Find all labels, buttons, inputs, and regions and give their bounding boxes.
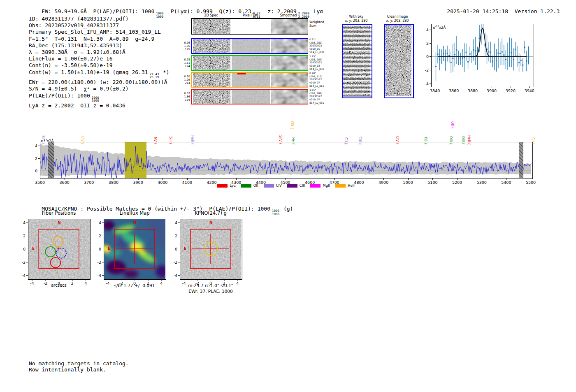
- x-tick-label: 0: [58, 281, 60, 285]
- north-label: N: [133, 220, 137, 225]
- x-tick-label: 3900: [487, 88, 497, 93]
- footer-line2: Row intentionally blank.: [29, 366, 129, 373]
- x-tick: [161, 279, 162, 281]
- info-plae: P(LAE)/P(OII): 100010001000: [29, 93, 170, 103]
- y-tick-label: 2: [23, 234, 26, 238]
- fiber1-2dspec-image: [193, 39, 230, 53]
- header-timestamp: 2025-01-20 14:25:18 Version 1.22.3: [434, 2, 560, 21]
- footer-note: No matching targets in catalog. Row inte…: [29, 360, 129, 373]
- clean-image-coords: x, y: 203, 280: [386, 19, 409, 23]
- info-z: LyA z = 2.2002 OII z = 0.0436: [29, 102, 170, 109]
- legend-label: HeII: [348, 183, 355, 188]
- x-tick: [212, 178, 212, 180]
- fiber4-2dspec-image: [193, 90, 230, 104]
- x-tick-label: 3600: [60, 180, 70, 185]
- fiber4-smoothed-image: [271, 90, 308, 104]
- emission-line-label-ciii: CIII {: [290, 121, 294, 129]
- weighted-sum-label: Weighted Sum: [309, 20, 324, 28]
- clean-image: [384, 24, 414, 98]
- cutout-title-lineflux-map: Lineflux Map: [119, 210, 149, 216]
- y-tick-label: 0: [23, 247, 26, 251]
- x-tick: [121, 279, 121, 281]
- x-tick-label: 4700: [330, 180, 339, 185]
- x-tick: [187, 178, 188, 180]
- x-tick-label: -4: [182, 281, 186, 285]
- info-ewr: EWr = 220.00(±180.00) (w: 220.00(±180.00…: [29, 79, 170, 86]
- x-tick: [492, 86, 492, 88]
- x-tick: [432, 178, 433, 180]
- montage-header-pixelflat: Pixel Flat: [243, 14, 258, 17]
- z-fraction: 2.20092.2009: [298, 12, 309, 19]
- x-tick: [334, 178, 335, 180]
- line-center-marker: [136, 142, 136, 178]
- y-tick-label: -2: [22, 260, 26, 264]
- y-tick: [38, 146, 40, 146]
- x-tick: [163, 178, 163, 180]
- x-tick: [40, 178, 40, 180]
- y-tick: [102, 236, 104, 236]
- info-cont-w: Cont(w) = 1.50(±1.10)e-19 (gmag 26.3127.…: [29, 69, 170, 79]
- with-sky-coords: x, y: 203, 280: [345, 19, 368, 23]
- x-tick-label: 4: [160, 281, 163, 285]
- x-tick-label: 4100: [182, 180, 192, 185]
- x-tick-label: 5500: [526, 180, 536, 185]
- x-tick-label: -4: [30, 281, 34, 285]
- fiber3-pixelflat-image: [232, 73, 270, 87]
- x-tick: [138, 178, 139, 180]
- info-id: ID: 4028311377 (4028311377.pdf): [29, 16, 170, 22]
- zoomplot-unit-label: e-17x2Å: [433, 25, 446, 30]
- x-tick: [454, 86, 454, 88]
- x-tick-label: 4: [236, 281, 239, 285]
- x-tick-label: -2: [44, 281, 47, 285]
- y-tick: [26, 249, 28, 249]
- emission-line-label-cii: CII {: [344, 137, 348, 145]
- x-tick: [237, 279, 238, 281]
- lineflux-map-image: [104, 219, 165, 279]
- info-obs: Obs: 20230522v019_4028311377: [29, 22, 170, 29]
- emission-line-label-heii: HeII {: [190, 135, 194, 145]
- y-tick-label: 2: [99, 234, 101, 238]
- cutout-title-kpno: KPNO(24.7) g: [195, 210, 227, 216]
- montage-right-labels: 0.61" (203, 280) 20230522 v019_01 514_LL…: [309, 38, 324, 54]
- y-tick: [178, 236, 180, 236]
- x-tick-label: 2: [223, 281, 225, 285]
- bad-pixel-marker: [237, 73, 246, 74]
- x-tick-label: -2: [119, 281, 123, 285]
- emission-line-label-siii: SiII {: [169, 137, 172, 145]
- x-tick: [530, 86, 530, 88]
- y-tick: [26, 223, 28, 223]
- montage-weighted-row: [191, 18, 308, 35]
- x-tick-label: 5300: [477, 180, 487, 185]
- y-tick-label: -4: [174, 273, 177, 277]
- emission-line-label-siiv: SiIV {: [41, 135, 45, 145]
- emission-line-label-nv: NV {: [153, 137, 157, 145]
- x-tick-label: 4600: [305, 180, 315, 185]
- fiber2-pixelflat-image: [232, 56, 270, 70]
- y-tick-label: 2: [426, 41, 429, 45]
- x-tick-label: 4500: [280, 180, 290, 185]
- ew-value: EW: 59.9±19.6Å: [42, 8, 87, 14]
- y-tick: [102, 275, 104, 276]
- x-tick: [457, 178, 458, 180]
- legend-label: MgII: [323, 183, 330, 188]
- y-tick: [38, 158, 40, 159]
- montage-right-labels: 0.90" (205, 111) 20230522 v019_07 514_LL…: [309, 72, 324, 88]
- montage-fiber-row-2: [191, 55, 308, 71]
- x-tick-label: 4900: [379, 180, 388, 185]
- x-tick-label: 3860: [449, 88, 459, 93]
- x-tick: [59, 279, 59, 281]
- report-canvas: EW: 59.9±19.6Å P(LAE)/P(OII): 1000100010…: [0, 0, 576, 392]
- detection-info-block: ID: 4028311377 (4028311377.pdf) Obs: 202…: [29, 16, 170, 109]
- info-lineflux: LineFlux = 1.00(±0.27)e-16: [29, 56, 170, 62]
- kpno-image: [180, 219, 242, 279]
- emission-line-label-cii: CII {: [531, 137, 535, 145]
- y-tick-label: -2: [425, 67, 429, 72]
- fiber4-pixelflat-image: [232, 90, 270, 104]
- x-tick-label: 3840: [430, 88, 440, 93]
- fiber2-2dspec-image: [193, 56, 230, 70]
- y-tick-label: 4: [99, 220, 101, 225]
- x-tick: [511, 86, 511, 88]
- x-tick: [211, 279, 211, 281]
- y-tick: [178, 249, 180, 249]
- x-tick: [286, 178, 286, 180]
